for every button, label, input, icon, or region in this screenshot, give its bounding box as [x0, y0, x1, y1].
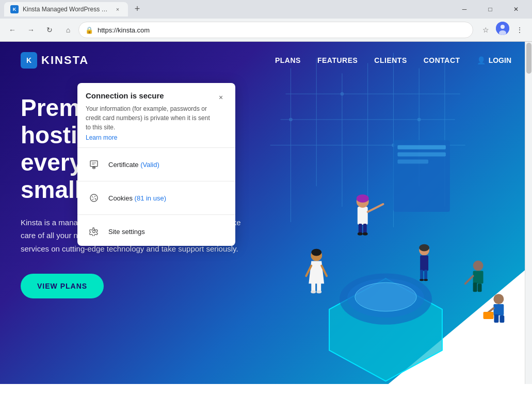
logo-text: KINSTA — [41, 54, 89, 67]
title-bar: K Kinsta Managed WordPress Hos… × + ─ □ … — [0, 0, 532, 19]
scrollbar[interactable] — [525, 42, 532, 384]
view-plans-button[interactable]: VIEW PLANS — [21, 274, 104, 298]
nav-plans[interactable]: PLANS — [275, 56, 301, 64]
svg-rect-30 — [359, 224, 362, 234]
svg-point-1 — [501, 25, 505, 29]
svg-point-41 — [473, 261, 483, 271]
site-logo[interactable]: K KINSTA — [21, 52, 89, 69]
svg-point-14 — [341, 92, 344, 95]
menu-button[interactable]: ⋮ — [511, 22, 528, 38]
learn-more-link[interactable]: Learn more — [86, 134, 215, 141]
svg-rect-59 — [499, 315, 504, 323]
svg-rect-60 — [483, 312, 493, 319]
site-settings-item[interactable]: Site settings — [77, 217, 235, 246]
svg-point-47 — [311, 249, 321, 256]
browser-chrome: K Kinsta Managed WordPress Hos… × + ─ □ … — [0, 0, 532, 42]
browser-tab[interactable]: K Kinsta Managed WordPress Hos… × — [4, 2, 128, 16]
close-window-button[interactable]: ✕ — [504, 3, 528, 15]
refresh-button[interactable]: ↻ — [41, 22, 58, 38]
svg-rect-42 — [473, 271, 483, 283]
login-button[interactable]: 👤 LOGIN — [477, 56, 511, 64]
svg-rect-31 — [363, 224, 367, 234]
nav-clients[interactable]: CLIENTS — [374, 56, 407, 64]
login-label: LOGIN — [489, 56, 511, 64]
popup-header: Connection is secure Your information (f… — [77, 83, 235, 145]
svg-point-51 — [311, 290, 316, 293]
svg-point-67 — [94, 196, 95, 197]
svg-point-33 — [363, 232, 368, 236]
svg-rect-22 — [393, 140, 449, 212]
url-text: https://kinsta.com — [98, 26, 466, 34]
hero-illustration — [239, 42, 532, 384]
svg-marker-48 — [309, 261, 324, 284]
back-button[interactable]: ← — [4, 22, 21, 38]
address-bar[interactable]: 🔒 https://kinsta.com — [78, 22, 473, 38]
svg-rect-58 — [494, 314, 498, 323]
cookies-item[interactable]: Cookies (81 in use) — [77, 183, 235, 212]
certificate-item[interactable]: Certificate (Valid) — [77, 150, 235, 179]
svg-point-21 — [355, 282, 416, 311]
svg-rect-25 — [397, 160, 428, 164]
nav-features[interactable]: FEATURES — [317, 56, 358, 64]
bookmark-button[interactable]: ☆ — [477, 22, 494, 38]
svg-rect-45 — [478, 283, 482, 292]
cookies-label: Cookies (81 in use) — [108, 194, 166, 202]
svg-point-52 — [316, 290, 321, 293]
svg-rect-23 — [397, 145, 446, 149]
certificate-label: Certificate (Valid) — [108, 161, 159, 169]
website-content: K KINSTA PLANS FEATURES CLIENTS CONTACT … — [0, 42, 532, 384]
popup-title: Connection is secure — [86, 91, 215, 100]
popup-divider-2 — [77, 181, 235, 181]
forward-button[interactable]: → — [23, 22, 39, 38]
popup-divider — [77, 147, 235, 148]
svg-point-55 — [493, 294, 504, 304]
svg-rect-61 — [90, 161, 98, 166]
svg-point-40 — [424, 279, 428, 281]
home-button[interactable]: ⌂ — [60, 22, 76, 38]
popup-description: Your information (for example, passwords… — [86, 104, 215, 132]
svg-point-16 — [417, 118, 421, 121]
site-settings-label: Site settings — [108, 228, 145, 236]
certificate-icon — [86, 156, 102, 173]
site-header: K KINSTA PLANS FEATURES CLIENTS CONTACT … — [0, 42, 532, 79]
svg-point-39 — [420, 279, 424, 281]
svg-point-13 — [289, 118, 292, 121]
site-navigation: PLANS FEATURES CLIENTS CONTACT 👤 LOGIN — [275, 56, 511, 64]
popup-divider-3 — [77, 214, 235, 215]
svg-point-32 — [358, 232, 363, 236]
svg-rect-38 — [424, 270, 427, 280]
scrollbar-thumb[interactable] — [526, 43, 531, 74]
tab-title: Kinsta Managed WordPress Hos… — [23, 6, 109, 13]
svg-line-43 — [465, 276, 473, 283]
lock-icon: 🔒 — [85, 26, 93, 34]
new-tab-button[interactable]: + — [130, 2, 144, 16]
svg-rect-36 — [420, 256, 428, 271]
site-settings-icon — [86, 223, 102, 240]
popup-header-content: Connection is secure Your information (f… — [86, 91, 215, 141]
maximize-button[interactable]: □ — [478, 3, 502, 15]
svg-rect-56 — [493, 304, 504, 315]
cookies-icon — [86, 190, 102, 206]
svg-rect-37 — [420, 270, 423, 280]
person-icon: 👤 — [477, 56, 486, 64]
nav-contact[interactable]: CONTACT — [424, 56, 460, 64]
svg-point-28 — [357, 194, 369, 203]
minimize-button[interactable]: ─ — [453, 3, 476, 15]
security-popup: Connection is secure Your information (f… — [77, 83, 235, 246]
svg-point-35 — [419, 244, 429, 252]
svg-point-68 — [92, 199, 93, 200]
profile-avatar[interactable] — [496, 22, 509, 35]
address-actions: ☆ ⋮ — [477, 22, 528, 38]
svg-line-29 — [368, 204, 383, 212]
svg-point-66 — [92, 196, 93, 197]
tab-favicon: K — [10, 5, 19, 13]
window-controls: ─ □ ✕ — [453, 3, 528, 15]
svg-rect-26 — [358, 207, 368, 225]
svg-point-69 — [95, 198, 96, 199]
popup-close-button[interactable]: × — [215, 91, 227, 104]
svg-point-70 — [93, 197, 94, 198]
svg-point-71 — [93, 230, 95, 233]
tab-close-button[interactable]: × — [114, 5, 122, 13]
svg-rect-24 — [397, 153, 446, 157]
logo-icon: K — [21, 52, 37, 69]
